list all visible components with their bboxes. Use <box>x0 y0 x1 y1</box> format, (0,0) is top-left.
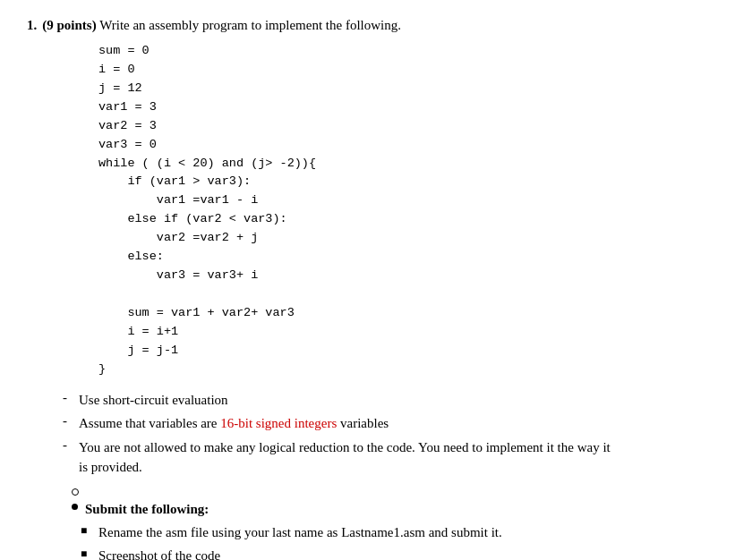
bullet-text-2: Assume that variables are 16-bit signed … <box>79 413 389 434</box>
sub-text-2: Screenshot of the code <box>98 546 220 560</box>
code-line-7: while ( (i < 20) and (j> -2)){ <box>98 155 725 174</box>
bullet-item-2: - Assume that variables are 16-bit signe… <box>54 413 725 434</box>
red-text-variables: 16-bit signed integers <box>220 416 337 430</box>
submit-circle-item: Submit the following: <box>72 499 725 520</box>
code-line-3: j = 12 <box>98 80 725 98</box>
code-line-9: var1 =var1 - i <box>98 191 725 210</box>
circle-outer: Submit the following: <box>72 485 725 520</box>
code-line-15: i = i+1 <box>98 323 725 342</box>
bullet-item-3: - You are not allowed to make any logica… <box>54 437 725 478</box>
sub-bullet-1: ■ Rename the asm file using your last na… <box>81 522 725 543</box>
dash-3: - <box>63 437 72 453</box>
question-container: 1. (9 points) Write an assembly program … <box>27 18 725 560</box>
code-line-17: } <box>98 361 725 379</box>
code-line-13: var3 = var3+ i <box>98 267 725 285</box>
sub-text-1: Rename the asm file using your last name… <box>98 522 502 543</box>
question-description: Write an assembly program to implement t… <box>99 18 401 32</box>
question-header: 1. (9 points) Write an assembly program … <box>27 18 725 33</box>
code-line-16: j = j-1 <box>98 342 725 361</box>
dash-1: - <box>63 390 72 405</box>
code-line-10: else if (var2 < var3): <box>98 210 725 229</box>
empty-circle-item <box>72 485 725 496</box>
code-line-12: else: <box>98 248 725 267</box>
code-block: sum = 0 i = 0 j = 12 var1 = 3 var2 = 3 v… <box>98 42 725 379</box>
sub-bullets: ■ Rename the asm file using your last na… <box>81 522 725 560</box>
submit-text: Submit the following: <box>85 499 209 520</box>
code-line-8: if (var1 > var3): <box>98 173 725 191</box>
code-line-11: var2 =var2 + j <box>98 229 725 248</box>
code-line-blank <box>98 285 725 304</box>
question-intro: (9 points) Write an assembly program to … <box>42 18 401 33</box>
square-bullet-2: ■ <box>81 547 91 560</box>
empty-circle-icon <box>72 488 79 496</box>
code-line-5: var2 = 3 <box>98 117 725 136</box>
question-number: 1. <box>27 18 37 33</box>
bullet-text-3: You are not allowed to make any logical … <box>79 437 611 478</box>
bullet-section: - Use short-circuit evaluation - Assume … <box>54 390 725 478</box>
code-line-6: var3 = 0 <box>98 136 725 155</box>
code-line-14: sum = var1 + var2+ var3 <box>98 304 725 323</box>
points-label: (9 points) <box>42 18 96 32</box>
submit-label: Submit the following: <box>85 502 209 516</box>
bullet-text-1: Use short-circuit evaluation <box>79 390 228 411</box>
square-bullet-1: ■ <box>81 524 91 538</box>
sub-bullet-2: ■ Screenshot of the code <box>81 546 725 560</box>
dash-2: - <box>63 413 72 428</box>
code-line-2: i = 0 <box>98 61 725 80</box>
code-line-1: sum = 0 <box>98 42 725 61</box>
code-line-4: var1 = 3 <box>98 98 725 117</box>
bullet-item-1: - Use short-circuit evaluation <box>54 390 725 411</box>
filled-circle-icon <box>72 504 78 510</box>
